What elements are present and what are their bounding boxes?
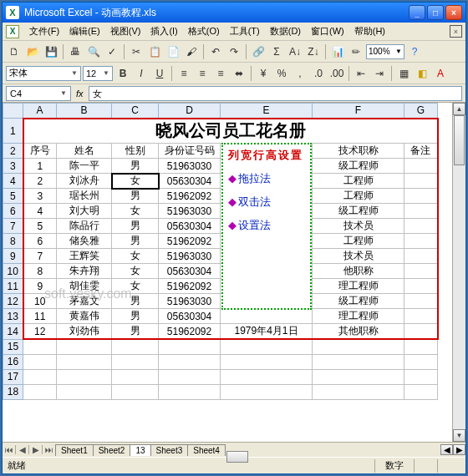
dec-decimal-button[interactable]: .00 [328,65,345,82]
doc-close-button[interactable]: × [450,25,462,38]
inc-indent-button[interactable]: ⇥ [371,65,388,82]
active-cell[interactable]: 女 [112,174,159,189]
row-1[interactable]: 1 [3,119,23,144]
font-color-button[interactable]: A [432,65,449,82]
workbook-icon[interactable]: X [6,25,19,38]
zoom-combo[interactable]: 100%▼ [366,44,404,59]
size-combo[interactable]: 12▼ [83,66,113,81]
open-button[interactable]: 📂 [24,43,41,60]
window-title: Microsoft Excel - 动画教程.xls [24,6,156,20]
name-box[interactable]: C4▼ [6,86,71,101]
preview-button[interactable]: 🔍 [85,43,102,60]
col-F[interactable]: F [313,104,404,119]
copy-button[interactable]: 📋 [146,43,163,60]
select-all-corner[interactable] [3,104,23,119]
save-button[interactable]: 💾 [43,43,59,60]
cut-button[interactable]: ✂ [128,43,145,60]
tooltip-item-2: ◆双击法 [228,195,305,210]
col-A[interactable]: A [23,104,57,119]
spell-button[interactable]: ✓ [104,43,120,60]
link-button[interactable]: 🔗 [250,43,267,60]
sort-desc-button[interactable]: Z↓ [305,43,322,60]
percent-button[interactable]: % [273,65,290,82]
tooltip-item-1: ◆拖拉法 [228,171,305,186]
underline-button[interactable]: U [151,65,168,82]
vertical-scrollbar[interactable]: ▲ ▼ [452,103,465,442]
status-num: 数字 [374,459,414,473]
tab-sheet4[interactable]: Sheet4 [187,444,226,456]
col-G[interactable]: G [404,104,438,119]
inc-decimal-button[interactable]: .0 [310,65,327,82]
borders-button[interactable]: ▦ [395,65,412,82]
col-B[interactable]: B [57,104,112,119]
help-button[interactable]: ? [406,43,423,60]
fill-color-button[interactable]: ◧ [414,65,430,82]
scroll-up-button[interactable]: ▲ [453,103,465,115]
tab-13[interactable]: 13 [130,444,150,456]
hdr-title[interactable]: 技术职称 [313,144,404,159]
redo-button[interactable]: ↷ [226,43,242,60]
drawing-button[interactable]: ✏ [348,43,364,60]
col-header-row[interactable]: A B C D E F G [3,104,438,119]
fx-icon[interactable]: fx [76,89,84,99]
merge-button[interactable]: ⬌ [231,65,247,82]
sheet-table[interactable]: A B C D E F G 1 晓风公司员工花名册 2 序号 姓名 性别 身份证… [3,103,439,400]
tab-nav-first[interactable]: ⏮ [3,445,16,454]
comma-button[interactable]: , [292,65,308,82]
formula-input[interactable]: 女 [89,86,462,101]
scroll-down-button[interactable]: ▼ [453,429,465,442]
tab-sheet3[interactable]: Sheet3 [150,444,189,456]
hdr-sex[interactable]: 性别 [112,144,159,159]
hdr-id[interactable]: 身份证号码 [159,144,221,159]
menu-format[interactable]: 格式(O) [183,23,225,39]
menu-help[interactable]: 帮助(H) [349,23,390,39]
hdr-remark[interactable]: 备注 [404,144,438,159]
tab-nav-next[interactable]: ▶ [29,445,43,454]
sum-button[interactable]: Σ [268,43,285,60]
new-button[interactable]: 🗋 [6,43,23,60]
align-left-button[interactable]: ≡ [176,65,192,82]
scroll-thumb[interactable] [454,115,465,165]
undo-button[interactable]: ↶ [207,43,224,60]
chart-button[interactable]: 📊 [329,43,346,60]
tab-sheet2[interactable]: Sheet2 [93,444,131,456]
paste-button[interactable]: 📄 [165,43,181,60]
tab-nav-last[interactable]: ⏭ [43,445,56,454]
sheet-title[interactable]: 晓风公司员工花名册 [23,119,438,144]
sort-asc-button[interactable]: A↓ [287,43,303,60]
close-button[interactable]: × [445,5,462,20]
title-bar[interactable]: X Microsoft Excel - 动画教程.xls _ □ × [3,3,465,23]
menu-window[interactable]: 窗口(W) [306,23,349,39]
currency-button[interactable]: ¥ [255,65,272,82]
status-ready: 就绪 [8,459,26,472]
menu-insert[interactable]: 插入(I) [145,23,182,39]
menu-view[interactable]: 视图(V) [105,23,146,39]
menu-file[interactable]: 文件(F) [24,23,64,39]
col-C[interactable]: C [112,104,159,119]
hdr-seq[interactable]: 序号 [23,144,57,159]
hscroll-right[interactable]: ▶ [453,444,465,455]
col-D[interactable]: D [159,104,221,119]
hdr-name[interactable]: 姓名 [57,144,112,159]
font-combo[interactable]: 宋体▼ [6,66,81,81]
minimize-button[interactable]: _ [409,5,425,20]
menu-data[interactable]: 数据(D) [265,23,306,39]
menu-tools[interactable]: 工具(T) [225,23,265,39]
hscroll-left[interactable]: ◀ [440,444,453,455]
row-2[interactable]: 2 [3,144,23,159]
hscroll-thumb[interactable] [226,451,248,463]
worksheet-grid[interactable]: A B C D E F G 1 晓风公司员工花名册 2 序号 姓名 性别 身份证… [3,103,465,442]
tab-nav-prev[interactable]: ◀ [16,445,29,454]
align-right-button[interactable]: ≡ [212,65,229,82]
print-button[interactable]: 🖶 [67,43,84,60]
format-painter-button[interactable]: 🖌 [183,43,200,60]
menu-edit[interactable]: 编辑(E) [64,23,105,39]
sheet-tab-bar: ⏮ ◀ ▶ ⏭ Sheet1 Sheet2 13 Sheet3 Sheet4 ◀… [3,442,465,457]
dec-indent-button[interactable]: ⇤ [353,65,369,82]
italic-button[interactable]: I [133,65,150,82]
bold-button[interactable]: B [114,65,131,82]
tab-sheet1[interactable]: Sheet1 [55,444,94,456]
maximize-button[interactable]: □ [427,5,444,20]
align-center-button[interactable]: ≡ [194,65,211,82]
col-E[interactable]: E [221,104,313,119]
